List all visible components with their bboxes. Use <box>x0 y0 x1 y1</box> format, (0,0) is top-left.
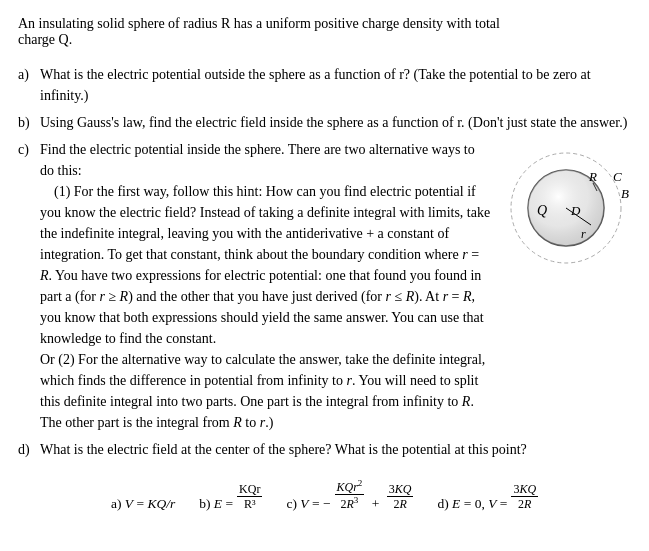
answer-d: d) E = 0, V = 3KQ 2R <box>437 482 538 512</box>
part-a: a) What is the electric potential outsid… <box>18 64 631 106</box>
part-d-label: d) <box>18 439 40 460</box>
problem-list: a) What is the electric potential outsid… <box>18 64 631 460</box>
answer-c-fraction2: 3KQ 2R <box>387 482 414 512</box>
answer-c-fraction1: KQr2 2R3 <box>335 478 365 512</box>
part-a-label: a) <box>18 64 40 106</box>
part-d-content: What is the electric field at the center… <box>40 439 631 460</box>
part-c-label: c) <box>18 139 40 433</box>
answer-c-eq: c) V = − <box>286 496 330 512</box>
answer-a: a) V = KQ/r <box>111 496 175 512</box>
part-c-content: Find the electric potential inside the s… <box>40 139 631 433</box>
part-c-text: Find the electric potential inside the s… <box>40 139 491 433</box>
part-d: d) What is the electric field at the cen… <box>18 439 631 460</box>
svg-text:C: C <box>613 169 622 184</box>
part-c: c) Find the electric potential inside th… <box>18 139 631 433</box>
part-b-label: b) <box>18 112 40 133</box>
part-b-content: Using Gauss's law, find the electric fie… <box>40 112 631 133</box>
svg-text:r: r <box>581 227 586 241</box>
svg-text:D: D <box>570 203 581 218</box>
svg-text:Q: Q <box>537 203 547 218</box>
answer-c-plus: + <box>368 496 382 512</box>
answer-b-fraction: KQr R³ <box>237 482 262 512</box>
intro-text: An insulating solid sphere of radius R h… <box>18 16 631 48</box>
part-c-text-2: Or (2) For the alternative way to calcul… <box>40 352 485 430</box>
answer-d-fraction: 3KQ 2R <box>511 482 538 512</box>
answer-b: b) E = KQr R³ <box>199 482 262 512</box>
answer-b-eq: b) E = <box>199 496 233 512</box>
answer-a-label: a) V = KQ/r <box>111 496 175 512</box>
part-a-content: What is the electric potential outside t… <box>40 64 631 106</box>
part-b: b) Using Gauss's law, find the electric … <box>18 112 631 133</box>
answers-row: a) V = KQ/r b) E = KQr R³ c) V = − KQr2 … <box>18 478 631 512</box>
sphere-diagram: Q D r R C B <box>501 143 631 433</box>
svg-text:R: R <box>588 169 597 184</box>
part-c-text-1: (1) For the first way, follow this hint:… <box>40 184 490 346</box>
svg-text:B: B <box>621 186 629 201</box>
answer-d-eq: d) E = 0, V = <box>437 496 507 512</box>
answer-c: c) V = − KQr2 2R3 + 3KQ 2R <box>286 478 413 512</box>
